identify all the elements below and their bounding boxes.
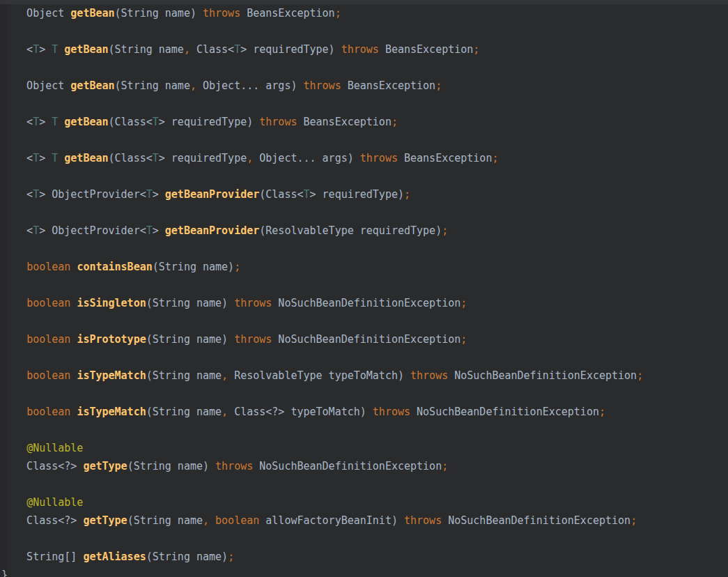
token-default-text (1, 442, 26, 454)
code-line[interactable]: boolean containsBean(String name); (1, 258, 728, 276)
token-default-text: < (1, 43, 33, 56)
token-method-declaration: getBean (64, 152, 108, 164)
token-type-parameter: T (33, 116, 39, 128)
token-default-text: BeansException (379, 43, 473, 56)
token-keyword-or-punctuation: ; (234, 261, 240, 273)
code-line[interactable]: @Nullable (1, 439, 728, 457)
token-keyword-or-punctuation: ; (460, 297, 467, 309)
token-default-text: (String name (146, 406, 222, 418)
token-default-text: (Class< (259, 188, 303, 201)
token-default-text: BeansException (341, 79, 435, 92)
token-type-parameter: T (52, 43, 58, 56)
token-keyword-or-punctuation: ; (442, 224, 448, 237)
code-line[interactable] (1, 530, 728, 548)
token-default-text: NoSuchBeanDefinitionException (410, 406, 599, 418)
code-line[interactable]: } (1, 566, 728, 577)
token-default-text (1, 297, 26, 309)
token-keyword-or-punctuation: , (190, 79, 196, 92)
token-type-parameter: T (33, 188, 39, 201)
code-line[interactable] (1, 385, 728, 403)
code-line[interactable] (1, 203, 728, 222)
token-default-text: NoSuchBeanDefinitionException (272, 297, 460, 309)
code-line[interactable] (1, 276, 728, 294)
token-type-parameter: T (153, 152, 159, 164)
token-annotation: @Nullable (26, 442, 83, 454)
code-line[interactable] (1, 95, 728, 113)
token-default-text: Class<?> typeToMatch) (228, 406, 373, 418)
token-method-declaration: isSingleton (77, 297, 146, 309)
code-line[interactable] (1, 59, 728, 77)
code-line[interactable]: <T> T getBean(Class<T> requiredType) thr… (1, 113, 728, 131)
token-default-text: BeansException (240, 7, 334, 20)
token-default-text: Object... args) (253, 152, 360, 164)
token-keyword-or-punctuation: , (247, 152, 253, 164)
token-default-text: > (153, 188, 165, 201)
token-keyword-or-punctuation: boolean (26, 261, 70, 273)
token-default-text: Class<?> (1, 460, 83, 472)
code-line[interactable]: @Nullable (1, 493, 728, 511)
token-keyword-or-punctuation: ; (492, 152, 498, 164)
code-line[interactable]: boolean isTypeMatch(String name, Class<?… (1, 403, 728, 421)
token-keyword-or-punctuation: throws (203, 7, 240, 20)
code-line[interactable] (1, 312, 728, 330)
token-default-text: > requiredType) (310, 188, 404, 201)
code-line[interactable] (1, 475, 728, 493)
token-default-text: } (1, 569, 8, 577)
token-keyword-or-punctuation: throws (373, 406, 410, 418)
code-line[interactable] (1, 348, 728, 367)
code-line[interactable]: <T> ObjectProvider<T> getBeanProvider(Re… (1, 222, 728, 240)
token-keyword-or-punctuation: throws (341, 43, 379, 56)
token-keyword-or-punctuation: throws (259, 116, 297, 128)
token-default-text (1, 261, 26, 273)
token-method-declaration: getType (83, 460, 127, 472)
token-default-text: (String name) (146, 551, 228, 563)
code-line[interactable]: Class<?> getType(String name, boolean al… (1, 511, 728, 530)
token-method-declaration: getBean (64, 116, 108, 128)
token-default-text: > ObjectProvider< (39, 224, 146, 237)
code-line[interactable] (1, 240, 728, 258)
token-default-text: (String name) (146, 297, 234, 309)
token-keyword-or-punctuation: ; (335, 7, 341, 20)
token-method-declaration: getType (83, 514, 127, 527)
token-default-text: > requiredType) (159, 116, 260, 128)
token-default-text: (ResolvableType requiredType) (259, 224, 442, 237)
token-default-text: NoSuchBeanDefinitionException (272, 333, 460, 346)
code-line[interactable] (1, 421, 728, 439)
token-keyword-or-punctuation: ; (404, 188, 410, 201)
token-default-text (58, 152, 64, 164)
code-line[interactable]: <T> T getBean(Class<T> requiredType, Obj… (1, 149, 728, 167)
code-line[interactable]: boolean isPrototype(String name) throws … (1, 330, 728, 348)
code-line[interactable]: <T> T getBean(String name, Class<T> requ… (1, 40, 728, 59)
token-type-parameter: T (52, 152, 58, 164)
token-method-declaration: getBean (70, 7, 114, 20)
code-line[interactable]: <T> ObjectProvider<T> getBeanProvider(Cl… (1, 185, 728, 203)
token-type-parameter: T (33, 224, 39, 237)
token-default-text: ResolvableType typeToMatch) (228, 369, 410, 382)
code-editor-area[interactable]: Object getBean(String name) throws Beans… (1, 4, 728, 577)
token-default-text: > requiredType) (240, 43, 341, 56)
code-line[interactable] (1, 22, 728, 40)
code-line[interactable]: Object getBean(String name, Object... ar… (1, 77, 728, 95)
code-line[interactable] (1, 131, 728, 149)
code-line[interactable]: String[] getAliases(String name); (1, 548, 728, 566)
token-default-text: < (1, 224, 33, 237)
token-default-text (58, 43, 64, 56)
token-default-text: (String name) (127, 460, 215, 472)
token-default-text: > ObjectProvider< (39, 188, 146, 201)
token-default-text: Object (1, 7, 70, 20)
token-type-parameter: T (304, 188, 310, 201)
token-keyword-or-punctuation: ; (460, 333, 467, 346)
token-default-text: Object (1, 79, 70, 92)
token-method-declaration: getBeanProvider (165, 224, 259, 237)
token-method-declaration: containsBean (77, 261, 152, 273)
token-default-text: (Class< (109, 116, 153, 128)
token-default-text (1, 333, 26, 346)
code-line[interactable]: boolean isTypeMatch(String name, Resolva… (1, 367, 728, 385)
token-default-text: > requiredType (159, 152, 247, 164)
token-keyword-or-punctuation: throws (234, 297, 272, 309)
code-line[interactable]: boolean isSingleton(String name) throws … (1, 294, 728, 312)
code-line[interactable] (1, 167, 728, 185)
code-line[interactable]: Class<?> getType(String name) throws NoS… (1, 457, 728, 475)
token-keyword-or-punctuation: throws (215, 460, 253, 472)
code-line[interactable]: Object getBean(String name) throws Beans… (1, 4, 728, 22)
